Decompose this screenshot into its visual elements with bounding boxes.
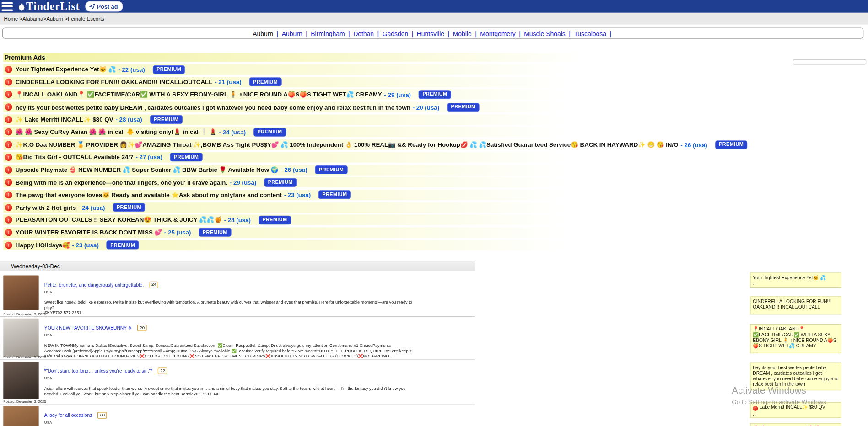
listing-country: USA [44, 420, 475, 424]
posted-date: Posted: December 3, 2025 [3, 312, 46, 315]
premium-ad-title[interactable]: hey its your best wettes petite baby DRE… [16, 104, 410, 111]
premium-badge: PREMIUM [264, 178, 297, 186]
up-arrow-icon [5, 179, 12, 186]
city-link-muscle-shoals[interactable]: Muscle Shoals [524, 31, 565, 37]
premium-ad-meta: - 26 (usa) [680, 141, 707, 148]
premium-ad-row[interactable]: 🌺 🌺 Sexy CuRvy Asian 🌺 🌺 in call 🐥 visit… [3, 127, 723, 138]
city-link-mobile[interactable]: Mobile [453, 31, 472, 37]
listing-ad-title[interactable]: A lady for all occasions [44, 413, 92, 418]
premium-ad-row[interactable]: 📍INCALL OAKLAND📍 ✅FACETIME/CAR✅ WITH A S… [3, 89, 723, 100]
sidebar-box-title[interactable]: CINDERELLA LOOKING FOR FUN!!! OAKLAND!!!… [753, 298, 839, 309]
premium-ad-title[interactable]: Party with 2 Hot girls [16, 204, 76, 211]
ad-thumbnail[interactable] [3, 275, 38, 310]
premium-ad-row[interactable]: Party with 2 Hot girls - 24 (usa)PREMIUM [3, 202, 723, 213]
premium-ad-title[interactable]: Being with me is an experience—one that … [16, 179, 227, 186]
listing-country: USA [44, 290, 475, 293]
premium-ad-title[interactable]: ✨K.O Daa NUMBER 🏅 PROVIDER 👩✨💕AMAZING Th… [16, 141, 679, 149]
premium-ad-row[interactable]: ✨K.O Daa NUMBER 🏅 PROVIDER 👩✨💕AMAZING Th… [3, 139, 723, 150]
premium-ad-title[interactable]: ✨ Lake Merritt INCALL✨ $80 QV [16, 116, 113, 123]
premium-ad-meta: - 26 (usa) [280, 166, 307, 173]
premium-ad-row[interactable]: Your Tightest Experience Yet🐱 💦 - 22 (us… [3, 64, 723, 75]
premium-ad-row[interactable]: Upscale Playmate 👙 NEW NUMBER 💦 Super So… [3, 165, 723, 175]
premium-ad-row[interactable]: hey its your best wettes petite baby DRE… [3, 102, 723, 112]
sidebar-premium-box[interactable]: 🌺 🌺 Sexy CuRvy Asian 🌺 🌺 in call 🐥 visit… [750, 423, 841, 426]
premium-ad-title[interactable]: PLEASANTON OUTCALLS !! SEXY KOREAN😍 THIC… [16, 216, 222, 224]
breadcrumb-item[interactable]: Alabama [22, 16, 43, 21]
listing-ad-title[interactable]: Petite, brunette, and dangerously unforg… [44, 282, 144, 288]
premium-ad-row[interactable]: PLEASANTON OUTCALLS !! SEXY KOREAN😍 THIC… [3, 215, 723, 225]
premium-ad-row[interactable]: CINDERELLA LOOKING FOR FUN!!! OAKLAND!!!… [3, 77, 723, 87]
city-link-tuscaloosa[interactable]: Tuscaloosa [574, 31, 606, 37]
sidebar-premium-box[interactable]: 📍INCALL OAKLAND📍 ✅FACETIME/CAR✅ WITH A S… [750, 324, 841, 353]
post-ad-label: Post ad [97, 3, 118, 10]
sidebar-box-title[interactable]: hey its your best wettes petite baby DRE… [753, 365, 839, 387]
breadcrumb-item[interactable]: Auburn [46, 16, 63, 21]
ad-thumbnail[interactable] [3, 319, 38, 357]
city-link-huntsville[interactable]: Huntsville [417, 31, 444, 37]
posted-date: Posted: December 3, 2025 [3, 399, 46, 403]
premium-ads-header: Premium Ads [3, 53, 613, 62]
premium-badge: PREMIUM [259, 216, 291, 224]
premium-ad-title[interactable]: YOUR WINTER FAVORITE IS BACK DONT MISS 💕 [16, 229, 162, 236]
ad-thumbnail[interactable] [3, 362, 38, 399]
premium-badge: PREMIUM [447, 102, 480, 111]
sidebar-premium-box[interactable]: Lake Merritt INCALL✨ $80 QV... [750, 402, 841, 418]
up-arrow-icon [5, 128, 12, 136]
listing-ad-content: YOUR NEW FAVORITE SNOWBUNNY ❄20USANEW IN… [44, 317, 475, 358]
date-header: Wednesday-03-Dec [0, 261, 475, 271]
premium-ad-title[interactable]: The pawg that everyone loves🐱 Ready and … [16, 191, 282, 198]
top-header-bar: TinderList Post ad [0, 0, 868, 13]
sidebar-box-more: ... [753, 281, 839, 287]
up-arrow-icon [5, 191, 12, 198]
premium-ad-title[interactable]: Your Tightest Experience Yet🐱 💦 [16, 66, 116, 73]
listing-ad-title[interactable]: YOUR NEW FAVORITE SNOWBUNNY ❄ [44, 325, 132, 330]
city-link-montgomery[interactable]: Montgomery [480, 31, 515, 37]
sidebar-box-more: ... [753, 388, 839, 390]
premium-ad-meta: - 22 (usa) [118, 66, 145, 73]
sidebar-premium-box[interactable]: hey its your best wettes petite baby DRE… [750, 363, 841, 390]
brand-logo[interactable]: TinderList [17, 0, 80, 13]
post-ad-button[interactable]: Post ad [85, 1, 123, 11]
ad-thumbnail[interactable] [3, 406, 38, 426]
premium-ad-title[interactable]: Upscale Playmate 👙 NEW NUMBER 💦 Super So… [16, 166, 279, 174]
breadcrumb: Home >Alabama>Auburn >Female Escorts [0, 13, 868, 24]
city-link-dothan[interactable]: Dothan [353, 31, 374, 37]
premium-ad-row[interactable]: The pawg that everyone loves🐱 Ready and … [3, 190, 723, 200]
sidebar-box-title[interactable]: 📍INCALL OAKLAND📍 ✅FACETIME/CAR✅ WITH A S… [753, 326, 839, 348]
listing-country: USA [44, 376, 475, 380]
listing-ad-title[interactable]: *"Don't stare too long… unless you're re… [44, 368, 152, 374]
premium-ad-meta: - 21 (usa) [215, 79, 241, 85]
premium-ad-title[interactable]: 😘Big Tits Girl - OUTCALL Available 24/7 [16, 154, 134, 161]
premium-ad-meta: - 24 (usa) [219, 129, 246, 136]
city-separator: | [345, 31, 354, 37]
premium-ad-row[interactable]: YOUR WINTER FAVORITE IS BACK DONT MISS 💕… [3, 227, 723, 238]
premium-ads-list: Your Tightest Experience Yet🐱 💦 - 22 (us… [3, 64, 723, 250]
premium-ad-title[interactable]: 🌺 🌺 Sexy CuRvy Asian 🌺 🌺 in call 🐥 visit… [16, 128, 217, 136]
listing-description: NEW IN TOWNMy name is Dallas !Seductive,… [44, 343, 475, 358]
up-arrow-icon [5, 229, 12, 236]
city-link-auburn[interactable]: Auburn [282, 31, 302, 37]
premium-ad-row[interactable]: Happy HOlidays🥰 - 23 (usa)PREMIUM [3, 240, 723, 250]
premium-ad-title[interactable]: CINDERELLA LOOKING FOR FUN!!! OAKLAND!!!… [16, 79, 212, 85]
city-link-birmingham[interactable]: Birmingham [311, 31, 345, 37]
premium-badge: PREMIUM [113, 203, 145, 212]
city-link-gadsden[interactable]: Gadsden [383, 31, 408, 37]
sidebar-premium-box[interactable]: Your Tightest Experience Yet🐱 💦... [750, 272, 841, 288]
sidebar-box-title[interactable]: Lake Merritt INCALL✨ $80 QV [753, 404, 839, 410]
premium-ad-row[interactable]: 😘Big Tits Girl - OUTCALL Available 24/7 … [3, 152, 723, 162]
sidebar-box-title[interactable]: Your Tightest Experience Yet🐱 💦 [753, 275, 839, 280]
description-line: Sweet like honey, bold like espresso. Pe… [44, 300, 416, 310]
breadcrumb-item[interactable]: Female Escorts [68, 16, 104, 21]
listing-ad: *"Don't stare too long… unless you're re… [0, 360, 475, 405]
premium-ad-meta: - 23 (usa) [72, 242, 98, 249]
premium-ad-row[interactable]: Being with me is an experience—one that … [3, 177, 723, 187]
premium-ad-title[interactable]: 📍INCALL OAKLAND📍 ✅FACETIME/CAR✅ WITH A S… [16, 91, 382, 98]
premium-badge: PREMIUM [153, 65, 185, 74]
breadcrumb-item[interactable]: Home [4, 16, 18, 21]
up-arrow-icon [5, 166, 12, 174]
hamburger-menu-icon[interactable] [2, 2, 13, 11]
sidebar-premium-box[interactable]: CINDERELLA LOOKING FOR FUN!!! OAKLAND!!!… [750, 296, 841, 314]
premium-ad-row[interactable]: ✨ Lake Merritt INCALL✨ $80 QV - 28 (usa)… [3, 114, 723, 125]
premium-ad-title[interactable]: Happy HOlidays🥰 [16, 241, 70, 249]
listing-description: Asian allure with curves that speak loud… [44, 386, 475, 396]
